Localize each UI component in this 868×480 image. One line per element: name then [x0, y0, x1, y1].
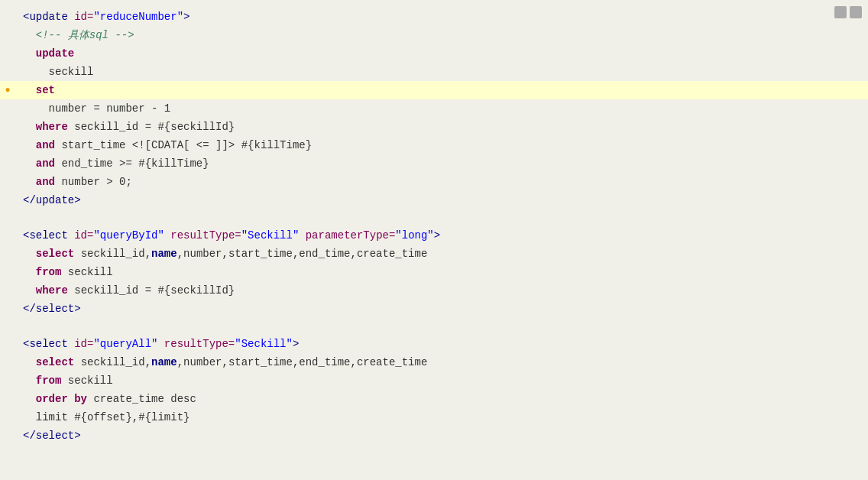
line-content: where seckill_id = #{seckillId}	[15, 282, 235, 299]
code-line: ● set	[0, 81, 868, 99]
code-line: where seckill_id = #{seckillId}	[0, 281, 868, 300]
code-line: seckill	[0, 63, 868, 81]
line-content: select seckill_id,name,number,start_time…	[15, 354, 427, 371]
code-line: and number > 0;	[0, 173, 868, 191]
line-content: set	[15, 82, 55, 99]
code-line: limit #{offset},#{limit}	[0, 408, 868, 426]
code-line: <update id="reduceNumber">	[0, 8, 868, 26]
line-content: where seckill_id = #{seckillId}	[15, 118, 235, 135]
code-line: order by create_time desc	[0, 390, 868, 408]
line-content: </select>	[15, 427, 81, 444]
empty-line	[0, 209, 868, 226]
line-content: select seckill_id,name,number,start_time…	[15, 245, 427, 262]
line-content: <select id="queryById" resultType="Secki…	[15, 227, 440, 244]
line-content: <update id="reduceNumber">	[15, 8, 189, 25]
line-content: </select>	[15, 300, 81, 317]
line-content: update	[15, 45, 74, 62]
line-content: and start_time <![CDATA[ <= ]]> #{killTi…	[15, 137, 312, 154]
code-line: <!-- 具体sql -->	[0, 26, 868, 44]
code-line: select seckill_id,name,number,start_time…	[0, 245, 868, 263]
code-line: where seckill_id = #{seckillId}	[0, 118, 868, 136]
empty-line	[0, 318, 868, 335]
code-container: <update id="reduceNumber"> <!-- 具体sql --…	[0, 0, 868, 480]
code-line: <select id="queryById" resultType="Secki…	[0, 226, 868, 245]
code-line: <select id="queryAll" resultType="Seckil…	[0, 335, 868, 353]
line-gutter: ●	[0, 85, 15, 96]
code-line: </select>	[0, 300, 868, 318]
code-line: and start_time <![CDATA[ <= ]]> #{killTi…	[0, 136, 868, 154]
code-line: and end_time >= #{killTime}	[0, 154, 868, 173]
code-line: update	[0, 44, 868, 63]
code-line: select seckill_id,name,number,start_time…	[0, 353, 868, 371]
line-content: order by create_time desc	[15, 391, 196, 407]
line-content: <select id="queryAll" resultType="Seckil…	[15, 336, 299, 352]
line-content: from seckill	[15, 372, 113, 389]
line-content: </update>	[15, 192, 81, 209]
line-content: limit #{offset},#{limit}	[15, 409, 189, 426]
line-content: seckill	[15, 63, 93, 80]
line-content: and number > 0;	[15, 174, 132, 190]
line-content: and end_time >= #{killTime}	[15, 155, 209, 172]
line-content: from seckill	[15, 264, 113, 281]
code-line: number = number - 1	[0, 99, 868, 118]
code-line: </update>	[0, 191, 868, 209]
line-content: <!-- 具体sql -->	[15, 27, 134, 44]
line-content: number = number - 1	[15, 100, 170, 117]
code-line: </select>	[0, 426, 868, 445]
code-block: <update id="reduceNumber"> <!-- 具体sql --…	[0, 8, 868, 445]
code-line: from seckill	[0, 263, 868, 281]
code-line: from seckill	[0, 371, 868, 390]
